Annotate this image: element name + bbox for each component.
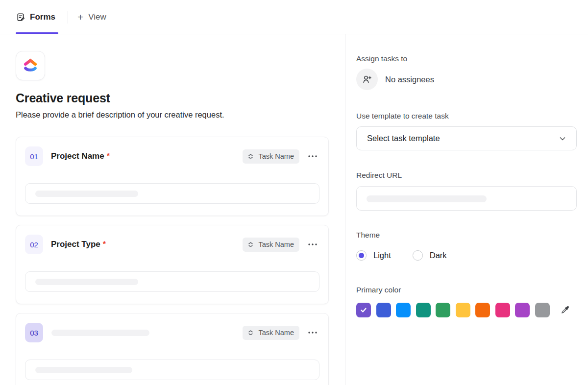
field-input-preview[interactable] [25, 360, 319, 380]
form-field-card[interactable]: 02 Project Type * Task Name [16, 225, 329, 304]
primary-color-row [356, 303, 577, 317]
assign-tasks-label: Assign tasks to [356, 53, 577, 64]
form-title: Creative request [16, 91, 329, 105]
color-swatch[interactable] [475, 303, 490, 317]
form-builder-canvas: Creative request Please provide a brief … [0, 34, 345, 385]
field-more-options-button[interactable] [306, 329, 319, 336]
task-name-badge[interactable]: Task Name [243, 149, 299, 164]
form-logo-card[interactable] [16, 51, 45, 80]
form-settings-sidebar: Assign tasks to No assignees Use templat… [345, 34, 588, 385]
color-swatch[interactable] [456, 303, 470, 317]
theme-light-label: Light [373, 251, 391, 260]
task-name-badge-label: Task Name [258, 329, 294, 337]
more-options-icon [308, 155, 318, 158]
clickup-logo-icon [22, 57, 39, 74]
task-name-badge-label: Task Name [258, 241, 294, 248]
active-tab-underline [16, 32, 58, 34]
forms-icon [16, 12, 25, 22]
color-swatch[interactable] [356, 303, 371, 317]
form-description: Please provide a brief description of yo… [16, 110, 329, 120]
clickup-glyph-icon [247, 153, 254, 160]
add-view-label: View [88, 12, 106, 22]
input-placeholder-skeleton [35, 191, 138, 197]
primary-color-swatches [356, 303, 550, 317]
color-swatch[interactable] [436, 303, 450, 317]
color-swatch[interactable] [416, 303, 431, 317]
form-field-card[interactable]: 03 Task Name [16, 313, 329, 385]
field-label: Project Type [51, 240, 100, 249]
field-more-options-button[interactable] [306, 241, 319, 248]
radio-light[interactable] [356, 250, 367, 261]
form-field-card[interactable]: 01 Project Name * Task Name [16, 137, 329, 216]
eyedropper-button[interactable] [559, 304, 571, 316]
more-options-icon [308, 331, 318, 334]
required-marker: * [107, 152, 110, 161]
view-tabs-bar: Forms + View [0, 0, 588, 34]
add-view-button[interactable]: + View [77, 0, 106, 34]
form-fields-list: 01 Project Name * Task Name [16, 137, 329, 385]
theme-options: Light Dark [356, 250, 577, 261]
template-label: Use template to create task [356, 111, 577, 121]
task-name-badge[interactable]: Task Name [243, 238, 299, 252]
field-label-skeleton [51, 330, 149, 336]
field-label: Project Name [51, 151, 104, 161]
checkmark-icon [360, 306, 368, 314]
add-assignee-icon [362, 74, 372, 85]
radio-dark[interactable] [413, 250, 423, 261]
field-number-badge: 02 [25, 235, 43, 254]
input-placeholder-skeleton [35, 367, 132, 373]
task-template-select-value: Select task template [367, 134, 440, 143]
input-placeholder-skeleton [35, 279, 138, 285]
redirect-url-label: Redirect URL [356, 170, 577, 181]
required-marker: * [103, 240, 106, 249]
clickup-glyph-icon [247, 241, 254, 248]
redirect-url-skeleton [367, 195, 487, 202]
color-swatch[interactable] [376, 303, 391, 317]
assignees-row[interactable]: No assignees [356, 69, 577, 90]
field-number-badge: 03 [25, 323, 43, 342]
theme-option-light[interactable]: Light [356, 250, 391, 261]
add-assignee-button[interactable] [356, 69, 378, 90]
field-input-preview[interactable] [25, 271, 319, 292]
assignees-value: No assignees [385, 75, 434, 84]
field-more-options-button[interactable] [306, 153, 319, 160]
color-swatch[interactable] [515, 303, 530, 317]
plus-icon: + [77, 12, 83, 22]
theme-dark-label: Dark [430, 251, 447, 260]
tab-forms-label: Forms [30, 12, 55, 22]
color-swatch[interactable] [396, 303, 411, 317]
task-name-badge[interactable]: Task Name [243, 326, 299, 340]
tab-forms[interactable]: Forms [16, 0, 58, 34]
primary-color-label: Primary color [356, 285, 577, 295]
color-swatch[interactable] [495, 303, 510, 317]
eyedropper-icon [560, 305, 570, 315]
redirect-url-input[interactable] [356, 186, 577, 211]
field-number-badge: 01 [25, 146, 43, 166]
color-swatch[interactable] [535, 303, 550, 317]
task-template-select[interactable]: Select task template [356, 126, 577, 150]
more-options-icon [308, 243, 318, 246]
theme-label: Theme [356, 230, 577, 241]
task-name-badge-label: Task Name [258, 152, 294, 160]
chevron-down-icon [558, 134, 567, 143]
field-input-preview[interactable] [25, 183, 319, 204]
tab-divider [68, 11, 68, 24]
theme-option-dark[interactable]: Dark [413, 250, 447, 261]
clickup-glyph-icon [247, 329, 254, 337]
